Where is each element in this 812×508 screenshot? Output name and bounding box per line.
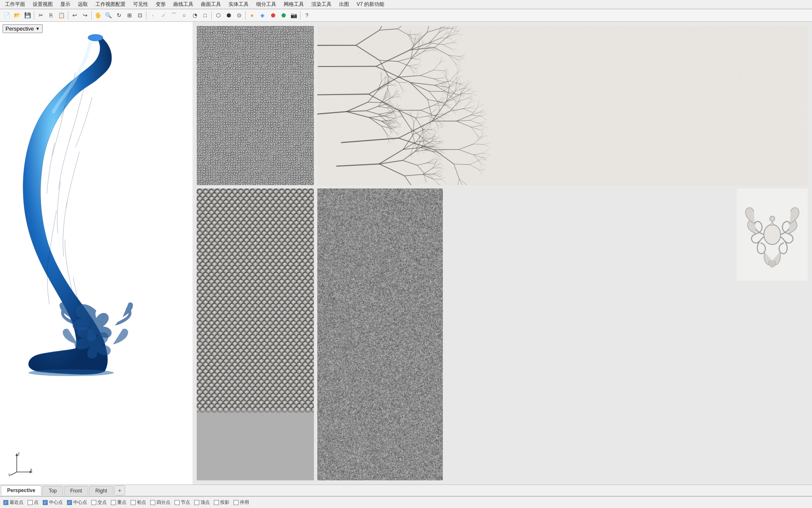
toolbar-sep4 bbox=[146, 11, 146, 20]
osnap-tangent-label: 初点 bbox=[137, 499, 146, 505]
osnap-center[interactable]: ✓ 中心点 bbox=[67, 499, 87, 505]
menu-item-setview[interactable]: 设置视图 bbox=[29, 0, 56, 9]
osnap-bar: ✓ 最近点 点 ✓ 中心点 ✓ 中心点 交点 重点 初点 四分点 节点 顶点 投… bbox=[0, 496, 812, 508]
osnap-intersection-label: 交点 bbox=[98, 499, 107, 505]
osnap-quad-label: 四分点 bbox=[157, 499, 170, 505]
menu-item-solid-tools[interactable]: 实体工具 bbox=[225, 0, 252, 9]
tab-front[interactable]: Front bbox=[64, 486, 88, 495]
toolbar-pan[interactable]: 🖐 bbox=[93, 10, 103, 21]
toolbar-point[interactable]: · bbox=[148, 10, 158, 21]
toolbar-sep1 bbox=[34, 11, 34, 20]
perspective-chevron-icon: ▼ bbox=[36, 26, 40, 31]
menu-item-curve-tools[interactable]: 曲线工具 bbox=[170, 0, 197, 9]
toolbar-cut[interactable]: ✂ bbox=[36, 10, 46, 21]
axis-indicator: z y x bbox=[8, 451, 33, 476]
svg-point-3 bbox=[28, 369, 114, 376]
texture-panel-4 bbox=[317, 188, 443, 480]
osnap-disable[interactable]: 停用 bbox=[234, 499, 249, 505]
toolbar-polyline[interactable]: ⌒ bbox=[169, 10, 179, 21]
osnap-vertex[interactable]: 顶点 bbox=[194, 499, 210, 505]
osnap-project[interactable]: 投影 bbox=[214, 499, 229, 505]
menu-item-surface-tools[interactable]: 曲面工具 bbox=[198, 0, 224, 9]
tab-right[interactable]: Right bbox=[89, 486, 113, 495]
svg-point-1 bbox=[88, 34, 103, 41]
osnap-vertex-checkbox[interactable] bbox=[194, 500, 199, 505]
toolbar-save[interactable]: 💾 bbox=[23, 10, 33, 21]
texture-panel-5 bbox=[737, 188, 808, 281]
osnap-intersection[interactable]: 交点 bbox=[91, 499, 107, 505]
osnap-midpoint[interactable]: ✓ 中心点 bbox=[43, 499, 63, 505]
toolbar-extrude[interactable]: ⬢ bbox=[224, 10, 234, 21]
menu-item-subdiv-tools[interactable]: 细分工具 bbox=[253, 0, 280, 9]
toolbar-light[interactable]: ⬟ bbox=[268, 10, 278, 21]
osnap-tangent-checkbox[interactable] bbox=[131, 500, 136, 505]
toolbar-copy[interactable]: ⎘ bbox=[46, 10, 56, 21]
osnap-nearest-checkbox[interactable]: ✓ bbox=[3, 500, 8, 505]
main-viewport[interactable]: Perspective ▼ bbox=[0, 22, 812, 485]
menu-bar: 工作平面 设置视图 显示 远取 工作视图配置 可见性 变形 曲线工具 曲面工具 … bbox=[0, 0, 812, 9]
osnap-point[interactable]: 点 bbox=[28, 499, 39, 505]
menu-item-mesh-tools[interactable]: 网格工具 bbox=[280, 0, 307, 9]
toolbar-line[interactable]: ⟋ bbox=[158, 10, 168, 21]
osnap-midpoint-checkbox[interactable]: ✓ bbox=[43, 500, 48, 505]
svg-text:z: z bbox=[18, 451, 20, 456]
toolbar-zoom-extent[interactable]: ⊡ bbox=[135, 10, 145, 21]
osnap-center-label: 中心点 bbox=[73, 499, 87, 505]
svg-text:y: y bbox=[8, 472, 10, 476]
toolbar-undo[interactable]: ↩ bbox=[69, 10, 80, 21]
svg-text:x: x bbox=[30, 467, 32, 472]
vase-svg bbox=[0, 22, 193, 382]
tab-perspective[interactable]: Perspective bbox=[1, 485, 41, 495]
toolbar-rectangle[interactable]: □ bbox=[200, 10, 210, 21]
texture-canvas-4 bbox=[317, 188, 443, 480]
toolbar-new[interactable]: 📄 bbox=[2, 10, 12, 21]
menu-item-workspace[interactable]: 工作平面 bbox=[2, 0, 28, 9]
menu-item-output[interactable]: 出图 bbox=[336, 0, 352, 9]
toolbar-rotate[interactable]: ↻ bbox=[114, 10, 124, 21]
osnap-intersection-checkbox[interactable] bbox=[91, 500, 96, 505]
toolbar-redo[interactable]: ↪ bbox=[80, 10, 90, 21]
toolbar-zoom-window[interactable]: ⊞ bbox=[124, 10, 134, 21]
menu-item-workview-config[interactable]: 工作视图配置 bbox=[92, 0, 129, 9]
osnap-perp[interactable]: 重点 bbox=[111, 499, 126, 505]
toolbar-circle[interactable]: ○ bbox=[179, 10, 189, 21]
toolbar-sep5 bbox=[211, 11, 212, 20]
osnap-nearest[interactable]: ✓ 最近点 bbox=[3, 499, 23, 505]
menu-item-v7-new[interactable]: V7 的新功能 bbox=[353, 0, 388, 9]
osnap-quad-checkbox[interactable] bbox=[150, 500, 155, 505]
toolbar-help[interactable]: ? bbox=[302, 10, 312, 21]
osnap-perp-checkbox[interactable] bbox=[111, 500, 116, 505]
toolbar-arc[interactable]: ◔ bbox=[190, 10, 200, 21]
osnap-knot-checkbox[interactable] bbox=[175, 500, 180, 505]
toolbar-render[interactable]: ● bbox=[247, 10, 257, 21]
toolbar: 📄 📂 💾 ✂ ⎘ 📋 ↩ ↪ 🖐 🔍 ↻ ⊞ ⊡ · ⟋ ⌒ ○ ◔ □ ⬡ … bbox=[0, 9, 812, 22]
menu-item-render-tools[interactable]: 渲染工具 bbox=[308, 0, 335, 9]
osnap-center-checkbox[interactable]: ✓ bbox=[67, 500, 72, 505]
menu-item-select[interactable]: 远取 bbox=[75, 0, 91, 9]
svg-line-7 bbox=[10, 472, 17, 475]
toolbar-revolve[interactable]: ⊙ bbox=[234, 10, 244, 21]
tab-add-button[interactable]: + bbox=[114, 485, 125, 495]
textures-area bbox=[193, 22, 812, 485]
toolbar-paste[interactable]: 📋 bbox=[57, 10, 67, 21]
toolbar-material[interactable]: ◈ bbox=[257, 10, 267, 21]
osnap-quad[interactable]: 四分点 bbox=[150, 499, 170, 505]
osnap-project-checkbox[interactable] bbox=[214, 500, 219, 505]
osnap-disable-checkbox[interactable] bbox=[234, 500, 239, 505]
toolbar-surface[interactable]: ⬡ bbox=[213, 10, 223, 21]
menu-item-transform[interactable]: 变形 bbox=[152, 0, 169, 9]
perspective-dropdown[interactable]: Perspective ▼ bbox=[3, 24, 43, 33]
toolbar-open[interactable]: 📂 bbox=[12, 10, 22, 21]
toolbar-sep7 bbox=[300, 11, 301, 20]
toolbar-env[interactable]: ⬟ bbox=[278, 10, 288, 21]
osnap-point-checkbox[interactable] bbox=[28, 500, 33, 505]
tab-top[interactable]: Top bbox=[42, 486, 63, 495]
tabs-bar: Perspective Top Front Right + bbox=[0, 485, 812, 496]
osnap-tangent[interactable]: 初点 bbox=[131, 499, 146, 505]
toolbar-camera[interactable]: 📷 bbox=[289, 10, 299, 21]
osnap-knot[interactable]: 节点 bbox=[175, 499, 190, 505]
menu-item-display[interactable]: 显示 bbox=[57, 0, 74, 9]
svg-point-14 bbox=[770, 216, 775, 221]
menu-item-visibility[interactable]: 可见性 bbox=[130, 0, 152, 9]
toolbar-zoom[interactable]: 🔍 bbox=[103, 10, 113, 21]
